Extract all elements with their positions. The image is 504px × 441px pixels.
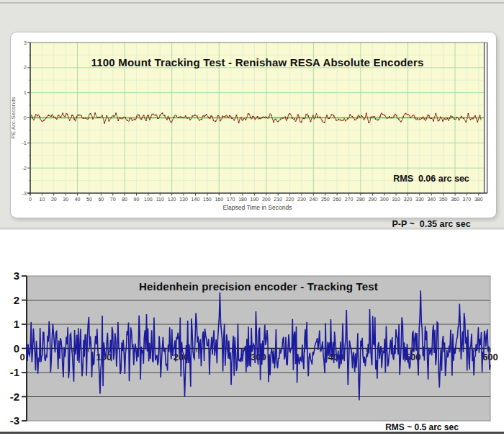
x-tick-label: 220: [286, 197, 294, 202]
x-tick-label: 60: [98, 197, 104, 202]
top-pp-annotation: P-P ~ 0.35 arc sec: [371, 217, 492, 232]
x-tick-label: 0: [19, 352, 24, 362]
x-tick-label: 110: [156, 197, 164, 202]
x-tick-label: 190: [251, 197, 259, 202]
x-axis-title: Elapsed Time in Seconds: [223, 204, 292, 211]
y-tick-label: 2: [24, 64, 27, 71]
y-tick-label: 1: [24, 89, 27, 96]
y-axis-title: PE Arc-Seconds: [10, 97, 17, 138]
x-tick-label: 230: [297, 197, 306, 202]
x-tick-label: 280: [356, 197, 365, 202]
x-tick-label: 120: [168, 197, 176, 202]
y-tick-label: -1: [10, 366, 19, 378]
y-tick-label: 0: [24, 115, 27, 121]
bottom-chart-stats: RMS ~ 0.5 arc sec P-P ~ 4.0 arc sec: [364, 397, 480, 441]
top-chart-title: 1100 Mount Tracking Test - Renishaw RESA…: [30, 56, 485, 68]
y-tick-label: -3: [10, 414, 19, 427]
x-tick-label: 90: [134, 197, 140, 202]
y-tick-label: 2: [14, 294, 19, 306]
x-tick-label: 240: [310, 197, 318, 202]
y-tick-label: 1: [14, 318, 19, 330]
x-tick-label: 80: [122, 197, 127, 202]
x-tick-label: 70: [110, 197, 116, 202]
x-tick-label: 170: [227, 197, 235, 202]
y-tick-label: 3: [24, 40, 27, 46]
y-tick-label: -2: [22, 165, 27, 172]
x-tick-label: 100: [144, 197, 153, 202]
x-tick-label: 40: [75, 197, 81, 202]
bottom-chart-title: Heidenhein precision encoder - Tracking …: [27, 280, 490, 293]
y-tick-label: -2: [10, 391, 19, 403]
x-tick-label: 0: [29, 197, 32, 202]
x-tick-label: 50: [86, 197, 92, 202]
x-tick-label: 270: [345, 197, 354, 202]
x-tick-label: 160: [215, 197, 223, 202]
y-tick-label: -3: [22, 190, 27, 197]
y-tick-label: 0: [14, 342, 19, 355]
y-tick-label: -1: [22, 140, 27, 146]
x-tick-label: 130: [179, 197, 188, 202]
y-tick-label: 3: [14, 270, 19, 282]
page: 3210-1-2-3010203040506070809010011012013…: [0, 0, 504, 441]
section-divider-bottom: [0, 432, 504, 434]
x-tick-label: 250: [321, 197, 330, 202]
x-tick-label: 180: [238, 197, 247, 202]
x-tick-label: 210: [274, 197, 282, 202]
x-tick-label: 140: [192, 197, 200, 202]
x-tick-label: 20: [51, 197, 57, 202]
x-tick-label: 30: [63, 197, 68, 202]
top-chart-stats: RMS 0.06 arc sec P-P ~ 0.35 arc sec: [371, 141, 492, 262]
x-tick-label: 600: [482, 352, 498, 362]
x-tick-label: 200: [262, 197, 271, 202]
x-tick-label: 10: [39, 197, 45, 202]
top-rms-annotation: RMS 0.06 arc sec: [371, 172, 492, 187]
x-tick-label: 260: [333, 197, 341, 202]
x-tick-label: 150: [203, 197, 212, 202]
